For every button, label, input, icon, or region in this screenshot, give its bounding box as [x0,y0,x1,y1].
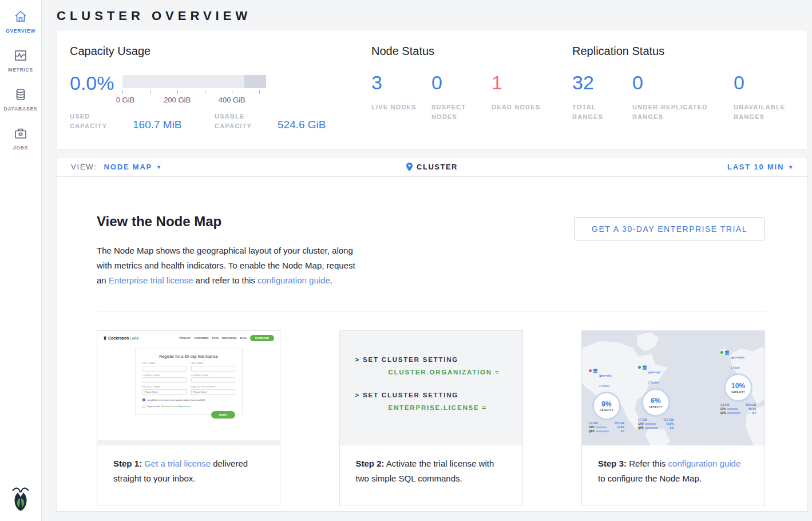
scope-breadcrumb: CLUSTER [406,163,458,171]
site-nav: PRODUCT CUSTOMERS DOCS RESOURCES BLOG DO… [179,335,274,341]
thumbnail-footer-strip [97,440,280,445]
capacity-gauge: 6% CAPACITY [641,388,670,417]
replication-status-title: Replication Status [572,45,807,58]
sidebar-item-databases[interactable]: DATABASES [4,87,38,112]
form-input [191,377,235,383]
total-ranges-stat: 32 TOTAL RANGES [572,72,632,122]
capacity-gauge: 9% CAPACITY [592,392,621,420]
under-replicated-ranges-stat: 0 UNDER-REPLICATED RANGES [632,72,734,122]
main-area: CLUSTER OVERVIEW Capacity Usage 0.0% 0 G… [42,0,812,521]
cluster-summary-panel: Capacity Usage 0.0% 0 GiB 200 GiB 400 Gi… [57,30,807,150]
form-input [142,377,187,383]
capacity-axis-ticks [122,90,266,95]
used-capacity-label: USED CAPACITY [70,112,126,131]
form-select: Please Select [142,389,187,395]
sidebar-item-jobs[interactable]: JOBS [13,126,28,151]
location-pin-icon [406,163,413,171]
submit-pill: SUBMIT [211,411,235,419]
node-map-thumbnail: geo=sfo2 Nodes 9% CAPACITY 3.2 GiB351 Gi… [582,331,765,445]
sidebar-item-label: OVERVIEW [6,28,35,34]
map-region-nyc: geo=nyc2 Nodes 6% CAPACITY 3.7 GiB43.7 G… [638,365,676,429]
step-3-caption: Step 3: Refer this configuration guide t… [582,445,765,486]
node-status-title: Node Status [371,45,572,58]
sidebar-item-label: METRICS [8,67,33,73]
unavailable-ranges-stat: 0 UNAVAILABLE RANGES [734,72,794,122]
usable-capacity-label: USABLE CAPACITY [215,112,271,131]
dead-nodes-stat: 1 DEAD NODES [492,72,552,122]
configuration-guide-link[interactable]: configuration guide [668,459,741,468]
region-status-dot [589,369,592,372]
node-boxes-icon [593,369,598,374]
capacity-bar [122,75,266,88]
checkbox-icon [142,405,145,408]
step-1-caption: Step 1: Get a trial license delivered st… [97,445,280,486]
node-map-panel: View the Node Map The Node Map shows the… [57,176,807,512]
suspect-nodes-stat: 0 SUSPECT NODES [431,72,492,122]
node-map-description: The Node Map shows the geographical layo… [97,243,366,288]
form-input [142,366,187,372]
time-range-selector[interactable]: LAST 10 MIN ▾ [727,163,793,171]
cockroach-bug-icon [103,336,107,341]
cockroach-logo [10,486,31,514]
configuration-guide-link[interactable]: configuration guide [258,275,330,285]
enterprise-trial-license-link[interactable]: Enterprise trial license [109,275,193,285]
sidebar-item-metrics[interactable]: METRICS [8,48,33,73]
map-region-sfo: geo=sfo2 Nodes 9% CAPACITY 3.2 GiB351 Gi… [589,369,627,433]
home-icon [13,9,28,24]
scope-label: CLUSTER [417,163,458,171]
capacity-bar-reserved-segment [244,75,266,88]
view-label: VIEW: [71,163,97,171]
sidebar-item-label: DATABASES [4,106,38,112]
chevron-down-icon: ▾ [157,164,161,170]
node-boxes-icon [724,350,730,356]
tick-label: 400 GiB [219,96,245,104]
qps-bar [727,412,751,414]
tick-label: 0 GiB [116,96,135,104]
step-2-card: > SET CLUSTER SETTING CLUSTER.ORGANIZATI… [339,330,523,506]
region-status-dot [720,351,723,354]
database-icon [13,87,28,102]
step-2-caption: Step 2: Activate the trial license with … [340,445,522,486]
enterprise-trial-button[interactable]: GET A 30-DAY ENTERPRISE TRIAL [574,217,765,240]
trial-registration-form: Register for a 30-day trial license FIRS… [135,349,243,415]
replication-status-section: Replication Status 32 TOTAL RANGES 0 UND… [572,45,807,149]
form-input [191,366,235,372]
qps-bar [645,427,669,429]
step-3-card: geo=sfo2 Nodes 9% CAPACITY 3.2 GiB351 Gi… [581,330,765,506]
sidebar-item-label: JOBS [13,145,28,151]
step-1-card: CockroachLABS PRODUCT CUSTOMERS DOCS RES… [97,330,280,506]
capacity-axis-labels: 0 GiB 200 GiB 400 GiB [122,96,266,105]
chevron-down-icon: ▾ [789,164,793,170]
cpu-bar [645,423,666,425]
map-region-ams: geo=ams1 Node 10% CAPACITY 3.6 GiB36.6 G… [720,350,758,415]
sql-commands-thumbnail: > SET CLUSTER SETTING CLUSTER.ORGANIZATI… [340,331,522,445]
qps-bar [596,431,620,432]
briefcase-icon [13,126,28,141]
capacity-usage-section: Capacity Usage 0.0% 0 GiB 200 GiB 400 Gi… [70,45,371,149]
page-title: CLUSTER OVERVIEW [42,0,812,30]
sidebar: OVERVIEW METRICS DATABASES JOBS [0,0,42,521]
usable-capacity-value: 524.6 GiB [278,119,359,131]
node-map-heading: View the Node Map [97,214,366,230]
trial-signup-thumbnail: CockroachLABS PRODUCT CUSTOMERS DOCS RES… [97,331,280,445]
node-boxes-icon [642,365,647,370]
metrics-chart-icon [13,48,28,63]
capacity-used-percent: 0.0% [70,72,122,105]
live-nodes-stat: 3 LIVE NODES [371,72,431,122]
view-bar: VIEW: NODE MAP ▾ CLUSTER LAST 10 MIN ▾ [57,157,807,176]
capacity-usage-title: Capacity Usage [70,45,371,58]
region-status-dot [638,366,641,369]
sidebar-item-overview[interactable]: OVERVIEW [6,9,35,34]
node-status-section: Node Status 3 LIVE NODES 0 SUSPECT NODES… [371,45,572,149]
form-select: Please Select [191,389,235,395]
section-divider [97,311,765,311]
get-trial-license-link[interactable]: Get a trial license [144,459,211,468]
cockroach-labs-wordmark: CockroachLABS [103,336,138,341]
view-selector-dropdown[interactable]: NODE MAP ▾ [104,163,161,171]
tick-label: 200 GiB [164,96,191,104]
capacity-gauge: 10% CAPACITY [724,373,752,402]
checkbox-checked-icon [142,398,145,401]
cpu-bar [596,427,616,428]
used-capacity-value: 160.7 MiB [133,119,215,131]
cpu-bar [727,408,748,410]
